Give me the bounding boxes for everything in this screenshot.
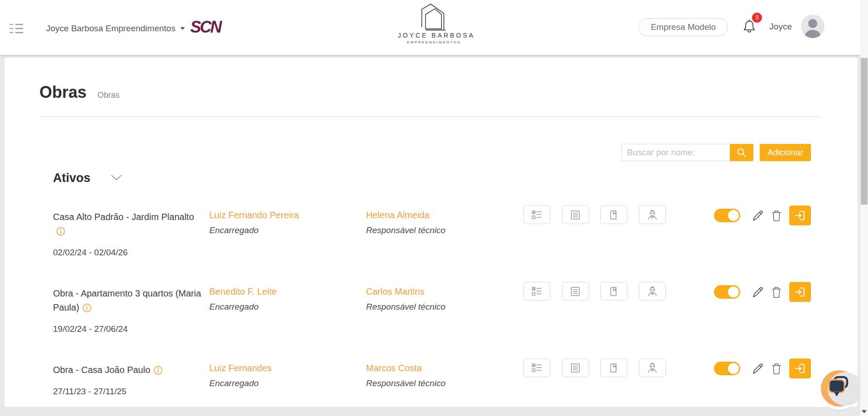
work-title: Obra - Apartamento 3 quartos (Maria Paul… xyxy=(53,287,203,316)
content-card: Obras Obras Adicionar Ativos Casa xyxy=(5,57,858,407)
diary-button[interactable] xyxy=(600,282,627,301)
report-button[interactable] xyxy=(562,206,589,224)
trash-icon xyxy=(771,210,782,222)
work-row: Casa Alto Padrão - Jardim Planalto 02/02… xyxy=(5,210,858,258)
active-toggle[interactable] xyxy=(714,285,740,299)
menu-icon[interactable] xyxy=(9,23,24,34)
enter-work-button[interactable] xyxy=(789,359,811,378)
checklist-icon xyxy=(531,286,542,297)
diary-book-icon xyxy=(608,210,619,220)
delete-button[interactable] xyxy=(770,362,783,376)
diary-button[interactable] xyxy=(600,206,627,224)
foreman-role: Encarregado xyxy=(209,302,366,312)
search-input[interactable] xyxy=(621,144,730,161)
diary-button[interactable] xyxy=(600,359,627,377)
trash-icon xyxy=(771,286,782,298)
worker-icon xyxy=(646,286,658,297)
edit-button[interactable] xyxy=(750,285,765,299)
enter-work-icon xyxy=(794,210,806,221)
brand-subtitle: EMPREENDIMENTOS xyxy=(398,40,470,44)
work-info-column: Casa Alto Padrão - Jardim Planalto 02/02… xyxy=(53,210,209,258)
foreman-role: Encarregado xyxy=(209,378,366,388)
scn-logo: SCN xyxy=(190,17,221,37)
info-icon[interactable] xyxy=(82,302,92,316)
checklist-button[interactable] xyxy=(523,359,550,377)
foreman-link[interactable]: Benedito F. Leite xyxy=(209,287,277,297)
notifications-button[interactable]: 3 xyxy=(740,18,758,36)
tech-column: Carlos Martins Responsável técnico xyxy=(366,287,523,312)
report-icon xyxy=(570,363,581,373)
tech-column: Helena Almeida Responsável técnico xyxy=(366,210,523,235)
delete-button[interactable] xyxy=(770,285,783,299)
worker-button[interactable] xyxy=(639,359,666,377)
work-dates: 27/11/23 - 27/11/25 xyxy=(53,387,203,397)
avatar[interactable] xyxy=(801,14,825,38)
scrollbar-down-button[interactable] xyxy=(860,409,868,415)
tech-link[interactable]: Helena Almeida xyxy=(366,210,429,220)
edit-button[interactable] xyxy=(750,208,765,223)
add-work-button[interactable]: Adicionar xyxy=(760,144,811,161)
active-toggle[interactable] xyxy=(714,209,740,222)
tech-role: Responsável técnico xyxy=(366,225,523,235)
chat-bubbles-icon xyxy=(821,370,857,406)
foreman-role: Encarregado xyxy=(209,225,366,235)
enter-work-icon xyxy=(794,286,806,298)
checklist-icon xyxy=(531,363,542,373)
checklist-button[interactable] xyxy=(523,282,550,301)
company-model-badge[interactable]: Empresa Modelo xyxy=(638,18,728,36)
tech-link[interactable]: Carlos Martins xyxy=(366,287,424,297)
report-button[interactable] xyxy=(562,282,589,301)
edit-button[interactable] xyxy=(750,361,765,376)
work-title: Casa Alto Padrão - Jardim Planalto xyxy=(53,210,203,240)
breadcrumb: Obras xyxy=(97,91,120,100)
work-row: Obra - Casa João Paulo 27/11/23 - 27/11/… xyxy=(5,363,858,397)
brand-name: JOYCE BARBOSA xyxy=(398,32,470,39)
enter-work-icon xyxy=(794,363,806,374)
divider xyxy=(39,116,820,117)
search-icon xyxy=(737,148,747,158)
work-controls xyxy=(714,206,811,225)
works-list: Casa Alto Padrão - Jardim Planalto 02/02… xyxy=(5,210,858,397)
foreman-link[interactable]: Luiz Fernando Pereira xyxy=(209,210,299,220)
info-icon[interactable] xyxy=(56,226,65,240)
work-quick-actions xyxy=(523,282,666,301)
enter-work-button[interactable] xyxy=(789,206,811,225)
tech-role: Responsável técnico xyxy=(366,302,523,312)
worker-button[interactable] xyxy=(639,282,666,301)
diary-book-icon xyxy=(608,286,619,297)
houses-logo-icon xyxy=(421,4,447,31)
foreman-column: Luiz Fernandes Encarregado xyxy=(209,363,366,388)
search-button[interactable] xyxy=(730,144,753,161)
foreman-column: Benedito F. Leite Encarregado xyxy=(209,287,366,312)
page-title: Obras xyxy=(39,83,87,102)
scroll-down-arrow-icon xyxy=(860,409,868,414)
company-selector-label: Joyce Barbosa Empreendimentos xyxy=(46,24,175,33)
worker-button[interactable] xyxy=(639,206,666,224)
delete-button[interactable] xyxy=(770,209,783,223)
foreman-link[interactable]: Luiz Fernandes xyxy=(209,363,272,373)
toolbar: Adicionar xyxy=(5,144,811,161)
report-button[interactable] xyxy=(562,359,589,377)
tech-link[interactable]: Marcos Costa xyxy=(366,363,422,373)
checklist-button[interactable] xyxy=(523,206,550,224)
chat-widget-button[interactable] xyxy=(821,370,857,406)
top-bar: Joyce Barbosa Empreendimentos SCN JOYCE … xyxy=(0,0,868,55)
work-quick-actions xyxy=(523,206,666,224)
user-name: Joyce xyxy=(769,22,792,32)
pencil-icon xyxy=(751,209,764,222)
section-title: Ativos xyxy=(53,171,91,185)
work-dates: 02/02/24 - 02/04/26 xyxy=(53,248,203,258)
scrollbar-thumb[interactable] xyxy=(861,58,868,205)
chevron-down-icon xyxy=(180,27,185,30)
info-icon[interactable] xyxy=(154,365,163,379)
collapse-section-button[interactable] xyxy=(109,172,124,184)
report-icon xyxy=(570,210,581,220)
person-silhouette-icon xyxy=(801,14,825,38)
pencil-icon xyxy=(751,362,764,375)
company-selector[interactable]: Joyce Barbosa Empreendimentos xyxy=(46,21,185,36)
enter-work-button[interactable] xyxy=(789,282,811,302)
toggle-knob xyxy=(728,363,739,374)
notification-count-badge: 3 xyxy=(752,13,762,23)
page-header: Obras Obras xyxy=(5,83,858,102)
active-toggle[interactable] xyxy=(714,362,740,375)
